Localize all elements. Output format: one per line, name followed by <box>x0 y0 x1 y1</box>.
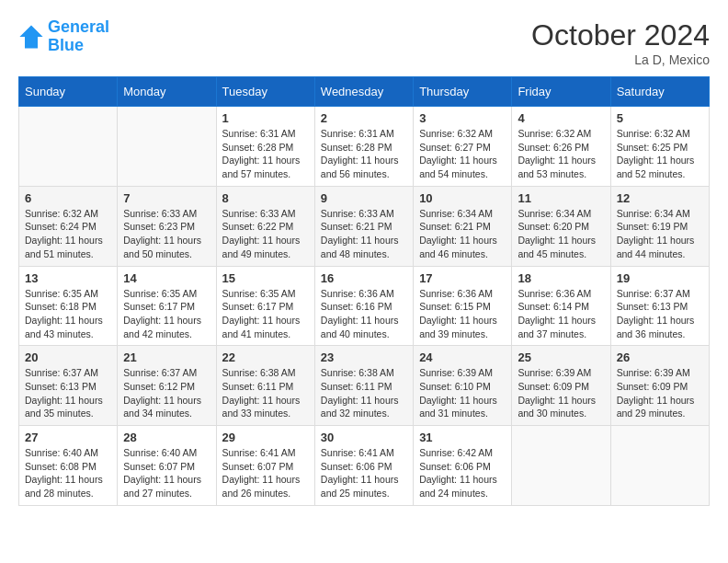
calendar-cell: 1Sunrise: 6:31 AM Sunset: 6:28 PM Daylig… <box>216 107 314 187</box>
day-number: 3 <box>419 111 506 125</box>
day-info: Sunrise: 6:38 AM Sunset: 6:11 PM Dayligh… <box>222 366 309 420</box>
day-number: 15 <box>222 271 309 285</box>
day-number: 14 <box>123 271 210 285</box>
calendar-week-4: 20Sunrise: 6:37 AM Sunset: 6:13 PM Dayli… <box>19 346 710 426</box>
day-info: Sunrise: 6:38 AM Sunset: 6:11 PM Dayligh… <box>321 366 407 420</box>
day-info: Sunrise: 6:39 AM Sunset: 6:10 PM Dayligh… <box>419 366 506 420</box>
day-number: 13 <box>25 271 111 285</box>
day-info: Sunrise: 6:32 AM Sunset: 6:26 PM Dayligh… <box>518 127 604 181</box>
page-header: General Blue October 2024 La D, Mexico <box>18 18 710 67</box>
day-number: 22 <box>222 350 309 364</box>
calendar-cell: 5Sunrise: 6:32 AM Sunset: 6:25 PM Daylig… <box>610 107 709 187</box>
day-number: 26 <box>617 350 703 364</box>
day-info: Sunrise: 6:31 AM Sunset: 6:28 PM Dayligh… <box>222 127 309 181</box>
day-info: Sunrise: 6:36 AM Sunset: 6:16 PM Dayligh… <box>321 287 407 341</box>
weekday-header-saturday: Saturday <box>610 77 709 107</box>
logo: General Blue <box>18 18 109 55</box>
calendar-cell: 19Sunrise: 6:37 AM Sunset: 6:13 PM Dayli… <box>610 266 709 346</box>
calendar-cell: 14Sunrise: 6:35 AM Sunset: 6:17 PM Dayli… <box>118 266 216 346</box>
day-info: Sunrise: 6:40 AM Sunset: 6:07 PM Dayligh… <box>123 446 210 500</box>
day-number: 5 <box>617 111 703 125</box>
day-info: Sunrise: 6:33 AM Sunset: 6:22 PM Dayligh… <box>222 207 309 261</box>
day-info: Sunrise: 6:39 AM Sunset: 6:09 PM Dayligh… <box>518 366 604 420</box>
calendar-cell <box>610 426 709 506</box>
day-number: 31 <box>419 431 506 444</box>
weekday-header-tuesday: Tuesday <box>216 77 314 107</box>
day-info: Sunrise: 6:31 AM Sunset: 6:28 PM Dayligh… <box>321 127 407 181</box>
day-number: 11 <box>518 191 604 205</box>
title-block: October 2024 La D, Mexico <box>531 18 710 67</box>
calendar-cell: 18Sunrise: 6:36 AM Sunset: 6:14 PM Dayli… <box>512 266 610 346</box>
day-number: 19 <box>617 271 703 285</box>
day-number: 29 <box>222 431 309 444</box>
day-number: 17 <box>419 271 506 285</box>
calendar-cell: 15Sunrise: 6:35 AM Sunset: 6:17 PM Dayli… <box>216 266 314 346</box>
day-info: Sunrise: 6:32 AM Sunset: 6:24 PM Dayligh… <box>25 207 111 261</box>
calendar-cell: 27Sunrise: 6:40 AM Sunset: 6:08 PM Dayli… <box>19 426 118 506</box>
calendar-cell: 4Sunrise: 6:32 AM Sunset: 6:26 PM Daylig… <box>512 107 610 187</box>
calendar-cell: 2Sunrise: 6:31 AM Sunset: 6:28 PM Daylig… <box>314 107 413 187</box>
location: La D, Mexico <box>531 52 710 67</box>
day-info: Sunrise: 6:36 AM Sunset: 6:14 PM Dayligh… <box>518 287 604 341</box>
weekday-header-sunday: Sunday <box>19 77 118 107</box>
calendar-cell: 10Sunrise: 6:34 AM Sunset: 6:21 PM Dayli… <box>414 186 512 266</box>
logo-icon <box>18 24 44 50</box>
day-info: Sunrise: 6:32 AM Sunset: 6:25 PM Dayligh… <box>617 127 703 181</box>
logo-line2: Blue <box>48 37 109 55</box>
day-number: 27 <box>25 431 111 444</box>
calendar-cell <box>19 107 118 187</box>
day-number: 6 <box>25 191 111 205</box>
calendar-cell: 13Sunrise: 6:35 AM Sunset: 6:18 PM Dayli… <box>19 266 118 346</box>
day-info: Sunrise: 6:34 AM Sunset: 6:19 PM Dayligh… <box>617 207 703 261</box>
weekday-header-thursday: Thursday <box>414 77 512 107</box>
calendar-cell: 26Sunrise: 6:39 AM Sunset: 6:09 PM Dayli… <box>610 346 709 426</box>
day-info: Sunrise: 6:41 AM Sunset: 6:06 PM Dayligh… <box>321 446 407 500</box>
day-info: Sunrise: 6:35 AM Sunset: 6:17 PM Dayligh… <box>123 287 210 341</box>
calendar-cell: 9Sunrise: 6:33 AM Sunset: 6:21 PM Daylig… <box>314 186 413 266</box>
logo-line1: General <box>48 17 109 36</box>
day-number: 24 <box>419 350 506 364</box>
day-info: Sunrise: 6:33 AM Sunset: 6:21 PM Dayligh… <box>321 207 407 261</box>
day-info: Sunrise: 6:35 AM Sunset: 6:18 PM Dayligh… <box>25 287 111 341</box>
day-number: 28 <box>123 431 210 444</box>
calendar-cell: 30Sunrise: 6:41 AM Sunset: 6:06 PM Dayli… <box>314 426 413 506</box>
calendar-cell: 17Sunrise: 6:36 AM Sunset: 6:15 PM Dayli… <box>414 266 512 346</box>
day-info: Sunrise: 6:32 AM Sunset: 6:27 PM Dayligh… <box>419 127 506 181</box>
calendar-week-1: 1Sunrise: 6:31 AM Sunset: 6:28 PM Daylig… <box>19 107 710 187</box>
calendar-cell: 11Sunrise: 6:34 AM Sunset: 6:20 PM Dayli… <box>512 186 610 266</box>
day-number: 23 <box>321 350 407 364</box>
day-number: 1 <box>222 111 309 125</box>
day-number: 20 <box>25 350 111 364</box>
calendar-cell: 3Sunrise: 6:32 AM Sunset: 6:27 PM Daylig… <box>414 107 512 187</box>
calendar-cell: 7Sunrise: 6:33 AM Sunset: 6:23 PM Daylig… <box>118 186 216 266</box>
day-number: 18 <box>518 271 604 285</box>
calendar-cell: 31Sunrise: 6:42 AM Sunset: 6:06 PM Dayli… <box>414 426 512 506</box>
calendar-cell: 21Sunrise: 6:37 AM Sunset: 6:12 PM Dayli… <box>118 346 216 426</box>
month-title: October 2024 <box>531 18 710 52</box>
calendar-cell: 23Sunrise: 6:38 AM Sunset: 6:11 PM Dayli… <box>314 346 413 426</box>
weekday-header-wednesday: Wednesday <box>314 77 413 107</box>
calendar-cell <box>118 107 216 187</box>
calendar-cell: 25Sunrise: 6:39 AM Sunset: 6:09 PM Dayli… <box>512 346 610 426</box>
calendar-week-5: 27Sunrise: 6:40 AM Sunset: 6:08 PM Dayli… <box>19 426 710 506</box>
day-number: 16 <box>321 271 407 285</box>
day-number: 21 <box>123 350 210 364</box>
calendar-cell: 29Sunrise: 6:41 AM Sunset: 6:07 PM Dayli… <box>216 426 314 506</box>
day-number: 8 <box>222 191 309 205</box>
day-info: Sunrise: 6:34 AM Sunset: 6:21 PM Dayligh… <box>419 207 506 261</box>
calendar-cell <box>512 426 610 506</box>
calendar-cell: 8Sunrise: 6:33 AM Sunset: 6:22 PM Daylig… <box>216 186 314 266</box>
day-number: 7 <box>123 191 210 205</box>
day-number: 10 <box>419 191 506 205</box>
day-number: 30 <box>321 431 407 444</box>
calendar-cell: 24Sunrise: 6:39 AM Sunset: 6:10 PM Dayli… <box>414 346 512 426</box>
calendar-cell: 22Sunrise: 6:38 AM Sunset: 6:11 PM Dayli… <box>216 346 314 426</box>
calendar-week-2: 6Sunrise: 6:32 AM Sunset: 6:24 PM Daylig… <box>19 186 710 266</box>
svg-marker-0 <box>19 25 42 48</box>
day-info: Sunrise: 6:39 AM Sunset: 6:09 PM Dayligh… <box>617 366 703 420</box>
calendar-cell: 28Sunrise: 6:40 AM Sunset: 6:07 PM Dayli… <box>118 426 216 506</box>
day-info: Sunrise: 6:33 AM Sunset: 6:23 PM Dayligh… <box>123 207 210 261</box>
day-info: Sunrise: 6:37 AM Sunset: 6:12 PM Dayligh… <box>123 366 210 420</box>
day-number: 2 <box>321 111 407 125</box>
weekday-header-monday: Monday <box>118 77 216 107</box>
